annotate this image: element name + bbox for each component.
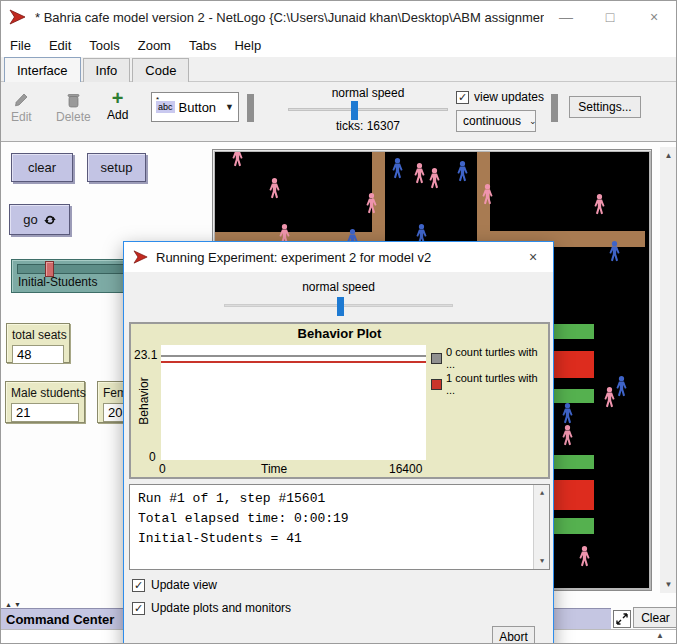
update-plots-label: Update plots and monitors <box>151 601 291 615</box>
checkbox-checked-icon: ✓ <box>456 91 469 104</box>
plot-series-line <box>161 361 426 363</box>
update-view-checkbox[interactable]: ✓ Update view <box>132 578 217 592</box>
console-scrollbar[interactable]: ▲ ▼ <box>533 485 549 569</box>
command-center-resize-arrows[interactable]: ▲▼ <box>5 601 23 608</box>
minimize-button[interactable]: — <box>544 1 588 33</box>
interface-scrollbar[interactable]: ▲ ▼ <box>660 147 677 593</box>
pink-person-turtle <box>427 168 442 189</box>
pencil-icon <box>13 92 29 108</box>
scroll-up-icon[interactable]: ▲ <box>534 486 550 500</box>
y-axis-label: Behavior <box>137 371 151 431</box>
menu-file[interactable]: File <box>10 38 31 53</box>
scroll-down-icon[interactable]: ▼ <box>534 554 550 568</box>
speed-control: normal speed ticks: 16307 <box>288 86 448 133</box>
add-tool-button[interactable]: + Add <box>107 90 128 122</box>
console-text: Run #1 of 1, step #15601Total elapsed ti… <box>138 489 541 549</box>
command-center-popout-button[interactable] <box>613 610 631 628</box>
dialog-title-bar: Running Experiment: experiment 2 for mod… <box>124 242 553 272</box>
interface-toolbar: Edit Delete + Add *abc Button ▼ normal s… <box>1 82 676 142</box>
console-line: Total elapsed time: 0:00:19 <box>138 509 541 529</box>
update-mode-dropdown[interactable]: continuous ⌄ <box>456 110 536 132</box>
update-mode-value: continuous <box>463 114 521 128</box>
monitor-label: Male students <box>11 386 79 400</box>
ticks-counter: ticks: 16307 <box>288 119 448 133</box>
widget-type-dropdown[interactable]: *abc Button ▼ <box>151 92 239 122</box>
abort-button[interactable]: Abort <box>492 626 535 644</box>
x-axis-min-tick: 0 <box>159 462 166 476</box>
pink-person-turtle <box>577 546 592 567</box>
trash-icon <box>66 92 81 108</box>
console-line: Run #1 of 1, step #15601 <box>138 489 541 509</box>
menu-help[interactable]: Help <box>234 38 261 53</box>
dialog-speed-label: normal speed <box>124 280 553 294</box>
settings-button[interactable]: Settings... <box>569 96 641 118</box>
tab-info[interactable]: Info <box>83 58 131 82</box>
view-updates-checkbox[interactable]: ✓ view updates <box>456 90 544 104</box>
delete-tool-label: Delete <box>56 110 91 124</box>
tab-interface[interactable]: Interface <box>4 57 81 82</box>
menu-tools[interactable]: Tools <box>89 38 119 53</box>
netlogo-icon <box>133 250 149 264</box>
x-axis-max-tick: 16400 <box>389 462 422 476</box>
pink-person-turtle <box>267 178 282 199</box>
close-button[interactable]: × <box>632 1 676 33</box>
toolbar-separator <box>551 94 558 122</box>
legend-swatch <box>431 379 442 390</box>
clear-button[interactable]: clear <box>11 153 73 182</box>
blue-person-turtle <box>614 376 629 397</box>
menu-edit[interactable]: Edit <box>49 38 71 53</box>
delete-tool-button[interactable]: Delete <box>56 92 91 124</box>
legend-entry: 1 count turtles with ... <box>431 372 548 396</box>
maximize-button[interactable]: □ <box>588 1 632 33</box>
blue-person-turtle <box>607 241 622 262</box>
y-axis-max-tick: 23.1 <box>134 348 157 362</box>
experiment-console: Run #1 of 1, step #15601Total elapsed ti… <box>129 484 550 570</box>
scroll-up-icon[interactable]: ▲ <box>660 147 677 164</box>
blue-person-turtle <box>390 158 405 179</box>
checkbox-checked-icon: ✓ <box>132 602 145 615</box>
pink-person-turtle <box>480 184 495 205</box>
x-axis-label: Time <box>261 462 287 476</box>
checkbox-checked-icon: ✓ <box>132 579 145 592</box>
netlogo-window: * Bahria cafe model version 2 - NetLogo … <box>0 0 677 644</box>
window-title: * Bahria cafe model version 2 - NetLogo … <box>35 10 544 25</box>
dialog-speed-slider-thumb[interactable] <box>337 297 344 316</box>
netlogo-icon <box>9 9 27 25</box>
menu-tabs[interactable]: Tabs <box>189 38 216 53</box>
legend-label: 1 count turtles with ... <box>446 372 548 396</box>
dialog-close-button[interactable]: × <box>513 242 553 272</box>
command-center-title: Command Center <box>1 612 114 627</box>
scroll-down-icon[interactable]: ▼ <box>660 576 677 593</box>
forever-loop-icon <box>44 214 56 226</box>
pink-person-turtle <box>364 193 379 214</box>
view-updates-label: view updates <box>474 90 544 104</box>
edit-tool-button[interactable]: Edit <box>11 92 32 124</box>
speed-slider[interactable] <box>288 108 448 111</box>
setup-button[interactable]: setup <box>87 153 146 182</box>
chevron-down-icon: ⌄ <box>529 116 537 126</box>
button-widget-icon: *abc <box>156 101 175 113</box>
blue-person-turtle <box>560 403 575 424</box>
legend-entry: 0 count turtles with ... <box>431 346 548 370</box>
monitor-label: total seats <box>12 328 64 342</box>
update-plots-checkbox[interactable]: ✓ Update plots and monitors <box>132 601 291 615</box>
edit-tool-label: Edit <box>11 110 32 124</box>
slider-label: Initial-Students <box>18 275 97 289</box>
speed-label: normal speed <box>288 86 448 100</box>
tab-code[interactable]: Code <box>132 58 189 82</box>
dialog-speed-slider[interactable] <box>224 304 453 307</box>
speed-slider-thumb[interactable] <box>351 101 358 120</box>
go-button[interactable]: go <box>9 204 70 235</box>
scroll-up-icon[interactable]: ▲ <box>656 631 664 640</box>
plot-legend: 0 count turtles with ...1 count turtles … <box>431 346 548 398</box>
dialog-title: Running Experiment: experiment 2 for mod… <box>156 250 513 265</box>
blue-person-turtle <box>455 161 470 182</box>
behavior-plot: Behavior Plot 23.1 0 Behavior 0 Time 164… <box>129 322 550 479</box>
plus-icon: + <box>112 90 124 106</box>
diagonal-arrows-icon <box>616 613 628 625</box>
menu-zoom[interactable]: Zoom <box>138 38 171 53</box>
menu-bar: File Edit Tools Zoom Tabs Help <box>1 33 676 57</box>
toolbar-separator <box>247 94 254 122</box>
command-center-clear-button[interactable]: Clear <box>633 607 677 628</box>
y-axis-min-tick: 0 <box>149 450 156 464</box>
